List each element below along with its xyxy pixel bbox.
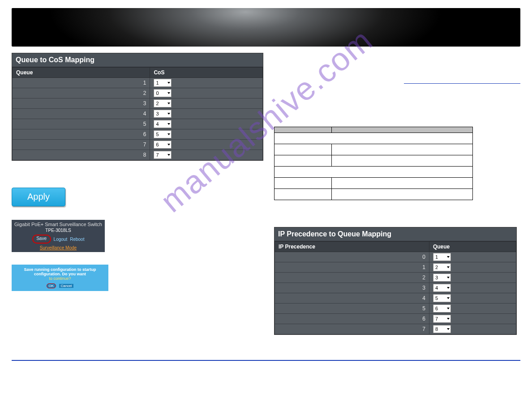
cos-select[interactable]: 4 [154,120,172,128]
table-row [275,167,473,178]
ip-precedence-number: 0 [275,252,429,262]
apply-button[interactable]: Apply [12,188,65,206]
table-row: 65 [13,129,263,140]
confirm-dialog: Save running configuration to startup co… [12,265,108,291]
queue-select[interactable]: 6 [433,304,451,313]
queue-number: 5 [13,119,150,129]
queue-select[interactable]: 3 [433,274,451,282]
queue-number: 4 [13,109,150,119]
queue-number: 7 [13,140,150,150]
col-header-queue: Queue [429,242,516,252]
ip-precedence-number: 5 [275,304,429,314]
queue-select[interactable]: 7 [433,315,451,323]
logout-link[interactable]: Logout [54,237,68,242]
queue-number: 3 [13,98,150,109]
queue-cell: 7 [429,314,516,324]
cos-select[interactable]: 0 [154,89,172,97]
table-row: 78 [275,324,516,334]
save-config-box: Gigabit PoE+ Smart Surveillance Switch T… [12,220,105,252]
table-row: 67 [275,314,516,324]
cos-select[interactable]: 1 [154,79,172,87]
ip-precedence-number: 3 [275,283,429,293]
cos-select[interactable]: 2 [154,99,172,107]
surveillance-mode-link[interactable]: Surveillance Mode [12,245,105,252]
table-row: 45 [275,293,516,304]
ip-precedence-number: 2 [275,273,429,283]
spec-table [274,127,473,200]
ip-precedence-number: 4 [275,293,429,304]
queue-cell: 8 [429,324,516,334]
queue-cell: 3 [429,273,516,283]
table-row [275,144,473,155]
panel-title: IP Precedence to Queue Mapping [275,227,516,241]
table-row [275,178,473,189]
queue-select[interactable]: 1 [433,253,451,261]
ok-button[interactable]: OK [47,283,56,288]
queue-select[interactable]: 8 [433,325,451,333]
col-header-cos: CoS [150,68,263,78]
save-button[interactable]: Save [32,235,51,244]
device-title: Gigabit PoE+ Smart Surveillance Switch [12,222,105,227]
table-row: 01 [275,252,516,262]
queue-to-cos-table: Queue CoS 1120324354657687 [12,67,263,160]
queue-number: 6 [13,129,150,140]
table-row [275,189,473,200]
bottom-rule [12,360,520,361]
ip-precedence-number: 1 [275,262,429,273]
cos-select[interactable]: 6 [154,141,172,149]
cos-select[interactable]: 7 [154,151,172,159]
cos-cell: 7 [150,150,263,160]
queue-cell: 6 [429,304,516,314]
queue-cell: 1 [429,252,516,262]
cancel-button[interactable]: Cancel [59,284,74,288]
table-row: 20 [13,88,263,98]
queue-number: 1 [13,78,150,88]
queue-select[interactable]: 4 [433,284,451,292]
ip-precedence-panel: IP Precedence to Queue Mapping IP Preced… [274,227,517,335]
top-banner [12,8,520,47]
confirm-text: Save running configuration to startup co… [13,267,107,276]
ip-precedence-number: 6 [275,314,429,324]
table-row: 34 [275,283,516,293]
queue-cell: 5 [429,293,516,304]
queue-select[interactable]: 5 [433,294,451,302]
col-header-queue: Queue [13,68,150,78]
table-row: 43 [13,109,263,119]
reboot-link[interactable]: Reboot [70,237,84,242]
cos-cell: 6 [150,140,263,150]
spec-header-0 [275,127,332,133]
table-row: 11 [13,78,263,88]
confirm-continue: to continue? [13,276,107,281]
spec-header-1 [332,127,473,133]
table-row [275,155,473,167]
table-row: 23 [275,273,516,283]
ip-precedence-table: IP Precedence Queue 0112233445566778 [275,241,516,334]
ip-precedence-number: 7 [275,324,429,334]
queue-number: 8 [13,150,150,160]
queue-select[interactable]: 2 [433,263,451,271]
queue-cell: 2 [429,262,516,273]
table-row: 76 [13,140,263,150]
table-row: 32 [13,98,263,109]
cos-cell: 2 [150,98,263,109]
cos-cell: 1 [150,78,263,88]
panel-title: Queue to CoS Mapping [12,53,263,67]
device-model: TPE-3018LS [12,228,105,233]
top-underline [404,74,520,84]
table-row [275,133,473,144]
queue-cell: 4 [429,283,516,293]
cos-cell: 4 [150,119,263,129]
col-header-ip: IP Precedence [275,242,429,252]
cos-cell: 3 [150,109,263,119]
cos-select[interactable]: 3 [154,110,172,118]
queue-to-cos-panel: Queue to CoS Mapping Queue CoS 112032435… [12,53,263,161]
table-row: 54 [13,119,263,129]
queue-number: 2 [13,88,150,98]
table-row: 87 [13,150,263,160]
cos-select[interactable]: 5 [154,130,172,138]
cos-cell: 5 [150,129,263,140]
table-row: 56 [275,304,516,314]
table-row: 12 [275,262,516,273]
cos-cell: 0 [150,88,263,98]
